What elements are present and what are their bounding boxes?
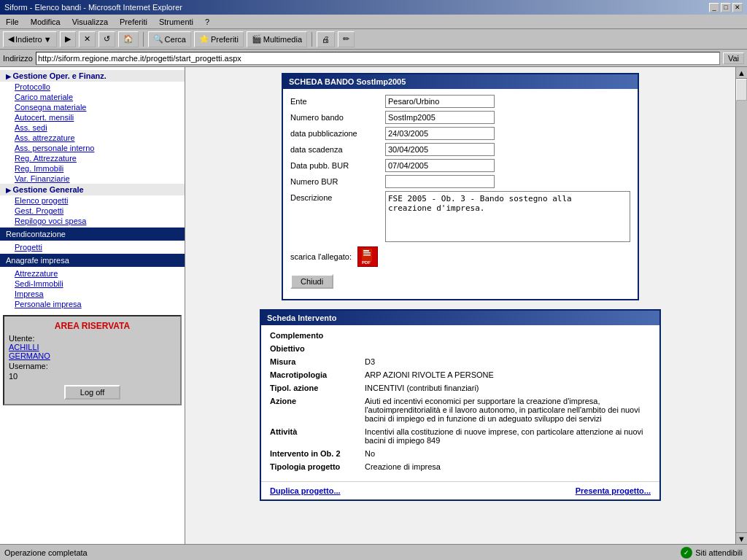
print-button[interactable]: 🖨 [317, 31, 335, 47]
area-riservata: AREA RISERVATA Utente: ACHILLI GERMANO U… [3, 315, 182, 405]
ente-input[interactable] [385, 95, 495, 108]
sidebar-section-gestione-oper[interactable]: Gestione Oper. e Finanz. [0, 70, 185, 82]
complemento-label: Complemento [270, 331, 365, 340]
right-scrollbar[interactable]: ▲ ▼ [735, 67, 747, 544]
sidebar-link-autocert[interactable]: Autocert. mensili [0, 112, 185, 122]
favorites-icon: ⭐ [199, 34, 209, 44]
sidebar-section-gestione-generale[interactable]: Gestione Generale [0, 184, 185, 195]
menu-modifica[interactable]: Modifica [28, 17, 63, 27]
sidebar-link-sedi-immobili[interactable]: Sedi-Immobili [0, 279, 185, 289]
attivita-value: Incentivi alla costituzione di nuove imp… [365, 427, 651, 445]
back-dropdown-icon[interactable]: ▼ [44, 35, 52, 44]
scheda-intervento-title: Scheda Intervento [261, 311, 659, 325]
menu-preferiti[interactable]: Preferiti [117, 17, 150, 27]
complemento-value [365, 331, 651, 340]
search-label: Cerca [165, 35, 186, 44]
attivita-label: Attività [270, 427, 365, 445]
favorites-label: Preferiti [211, 35, 239, 44]
sidebar-link-carico[interactable]: Carico materiale [0, 92, 185, 102]
sidebar-link-ass-attrezzature[interactable]: Ass. attrezzature [0, 133, 185, 143]
data-pubbb-bur-input[interactable] [385, 159, 495, 172]
presenta-progetto-button[interactable]: Presenta progetto... [576, 486, 651, 495]
data-pubbb-bur-row: Data pubb. BUR [290, 159, 630, 172]
forward-button[interactable]: ▶ [60, 31, 76, 47]
data-scadenza-input[interactable] [385, 143, 495, 156]
pdf-download-icon[interactable]: PDF [357, 246, 378, 267]
numero-bando-row: Numero bando [290, 111, 630, 124]
numero-bando-input[interactable] [385, 111, 495, 124]
menu-file[interactable]: File [3, 17, 22, 27]
descrizione-label: Descrizione [290, 193, 385, 202]
sidebar-link-protocollo[interactable]: Protocollo [0, 82, 185, 92]
sidebar-link-personale-impresa[interactable]: Personale impresa [0, 299, 185, 309]
scroll-up-button[interactable]: ▲ [736, 67, 747, 79]
sidebar-link-gest-progetti[interactable]: Gest. Progetti [0, 206, 185, 216]
address-bar: Indirizzo Vai [0, 50, 747, 67]
address-input[interactable] [36, 52, 720, 65]
favorites-button[interactable]: ⭐ Preferiti [194, 31, 244, 47]
obiettivo-row: Obiettivo [270, 344, 651, 353]
minimize-button[interactable]: _ [709, 3, 719, 12]
descrizione-textarea[interactable]: FSE 2005 - Ob. 3 - Bando sostegno alla c… [385, 191, 630, 242]
refresh-button[interactable]: ↺ [98, 31, 115, 47]
logoff-button[interactable]: Log off [64, 385, 120, 400]
stop-button[interactable]: ✕ [79, 31, 96, 47]
home-button[interactable]: 🏠 [118, 31, 139, 47]
data-pubblicazione-label: data pubblicazione [290, 129, 385, 138]
sidebar-link-ass-personale[interactable]: Ass. personale interno [0, 143, 185, 153]
data-scadenza-row: data scadenza [290, 143, 630, 156]
complemento-row: Complemento [270, 331, 651, 340]
user-line2-link[interactable]: GERMANO [9, 351, 176, 360]
edit-button[interactable]: ✏ [338, 31, 355, 47]
search-button[interactable]: 🔍 Cerca [148, 31, 191, 47]
scroll-thumb[interactable] [736, 79, 747, 101]
intervento-ob2-label: Intervento in Ob. 2 [270, 449, 365, 458]
menu-bar: File Modifica Visualizza Preferiti Strum… [0, 15, 747, 29]
sidebar-link-repilogo[interactable]: Repilogo voci spesa [0, 216, 185, 226]
maximize-button[interactable]: □ [721, 3, 731, 12]
sidebar-link-progetti[interactable]: Progetti [0, 242, 185, 252]
content-area: SCHEDA BANDO SostImp2005 Ente Numero ban… [185, 67, 735, 544]
numero-bur-row: Numero BUR [290, 175, 630, 188]
azione-row: Azione Aiuti ed incentivi economici per … [270, 397, 651, 423]
sidebar-link-attrezzature[interactable]: Attrezzature [0, 268, 185, 279]
sidebar-link-ass-sedi[interactable]: Ass. sedi [0, 122, 185, 133]
anagrafe-label: Anagrafe impresa [6, 256, 69, 265]
scheda-bando-dialog: SCHEDA BANDO SostImp2005 Ente Numero ban… [282, 73, 639, 300]
duplica-progetto-button[interactable]: Duplica progetto... [270, 486, 341, 495]
separator-2 [311, 32, 312, 47]
back-button[interactable]: ◀ Indietro ▼ [3, 31, 57, 47]
address-label: Indirizzo [3, 54, 33, 63]
sidebar-link-var-finanziarie[interactable]: Var. Finanziarie [0, 174, 185, 184]
sidebar-link-reg-immobili[interactable]: Reg. Immobili [0, 163, 185, 174]
obiettivo-label: Obiettivo [270, 344, 365, 353]
obiettivo-value [365, 344, 651, 353]
rendicontazione-section: Rendicontazione [0, 228, 185, 241]
go-button[interactable]: Vai [723, 52, 744, 64]
title-bar-controls[interactable]: _ □ ✕ [709, 3, 743, 12]
toolbar: ◀ Indietro ▼ ▶ ✕ ↺ 🏠 🔍 Cerca ⭐ Preferiti… [0, 29, 747, 50]
sidebar-link-elenco-progetti[interactable]: Elenco progetti [0, 195, 185, 206]
data-pubblicazione-row: data pubblicazione [290, 127, 630, 140]
numero-bur-input[interactable] [385, 175, 495, 188]
multimedia-button[interactable]: 🎬 Multimedia [247, 31, 307, 47]
sidebar: Gestione Oper. e Finanz. Protocollo Cari… [0, 67, 185, 544]
data-pubblicazione-input[interactable] [385, 127, 495, 140]
scroll-down-button[interactable]: ▼ [736, 532, 747, 544]
allegato-label: scarica l'allegato: [290, 252, 352, 261]
sidebar-link-consegna[interactable]: Consegna materiale [0, 102, 185, 112]
attivita-row: Attività Incentivi alla costituzione di … [270, 427, 651, 445]
separator-1 [143, 32, 144, 47]
user-line1-link[interactable]: ACHILLI [9, 343, 176, 351]
area-riservata-title: AREA RISERVATA [9, 321, 176, 331]
data-scadenza-label: data scadenza [290, 145, 385, 154]
forward-icon: ▶ [65, 34, 71, 44]
menu-help[interactable]: ? [202, 17, 212, 27]
close-button[interactable]: ✕ [732, 3, 743, 12]
menu-visualizza[interactable]: Visualizza [69, 17, 111, 27]
sidebar-link-reg-attrezzature[interactable]: Reg. Attrezzature [0, 153, 185, 163]
sidebar-link-impresa[interactable]: Impresa [0, 289, 185, 299]
svg-rect-1 [363, 250, 369, 252]
menu-strumenti[interactable]: Strumenti [156, 17, 196, 27]
chiudi-button[interactable]: Chiudi [290, 274, 333, 289]
